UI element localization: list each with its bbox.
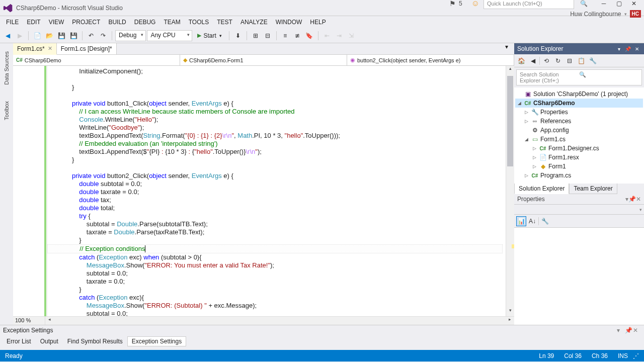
collapse-button[interactable]: ⊟ [565,56,575,66]
refresh-button[interactable]: ↻ [553,56,563,66]
solution-search-input[interactable]: Search Solution Explorer (Ctrl+;) 🔍 [516,69,642,85]
class-dropdown[interactable]: ◆ CSharp6Demo.Form1 [180,55,347,65]
platform-dropdown[interactable]: Any CPU [147,30,192,41]
redo-button[interactable]: ↷ [98,30,109,41]
bookmark-button[interactable]: 🔖 [304,30,315,41]
tb-btn-2[interactable]: ⊞ [250,30,261,41]
back-button[interactable]: ◀ [528,56,538,66]
editor-tab-form1-design[interactable]: Form1.cs [Design]* [57,43,117,54]
tb-btn-6[interactable]: ⇤ [321,30,333,41]
tb-btn-7[interactable]: ⇥ [334,30,345,41]
configuration-dropdown[interactable]: Debug [115,30,146,41]
pin-icon[interactable]: 📌 [625,327,633,334]
dropdown-icon[interactable]: ▾ [615,45,623,53]
sync-button[interactable]: ⟲ [541,56,551,66]
tree-item[interactable]: ▷C#Program.cs [515,171,643,180]
menu-bar: FILE EDIT VIEW PROJECT BUILD DEBUG TEAM … [0,16,644,28]
props-wrench-button[interactable]: 🔧 [540,216,550,226]
properties-grid[interactable] [514,228,644,325]
close-button[interactable]: ✕ [627,0,641,9]
zoom-level[interactable]: 100 % [13,317,45,325]
tb-btn-3[interactable]: ⊟ [262,30,273,41]
menu-view[interactable]: VIEW [45,17,68,27]
quick-launch-input[interactable]: Quick Launch (Ctrl+Q) [484,0,574,9]
nav-forward-button[interactable]: ▶ [14,30,25,41]
tree-item[interactable]: ▣Solution 'CSharp6Demo' (1 project) [515,89,643,99]
tab-dropdown-button[interactable]: ▾ [505,43,514,54]
notification-area[interactable]: ⚑ 5 [449,0,462,8]
menu-edit[interactable]: EDIT [23,17,44,27]
show-all-button[interactable]: 📋 [576,56,586,66]
tb-btn-8[interactable]: ⇲ [346,30,357,41]
tree-item[interactable]: ⚙App.config [515,126,643,135]
toolbox-tab[interactable]: Toolbox [3,98,11,123]
toolbar: ◀ ▶ 📄 📂 💾 💾 ↶ ↷ Debug Any CPU ▶ Start ▾ … [0,28,644,43]
menu-debug[interactable]: DEBUG [130,17,160,27]
member-dropdown[interactable]: ◉ button2_Click(object sender, EventArgs… [347,55,514,65]
alphabetical-button[interactable]: A↓ [527,216,537,226]
save-button[interactable]: 💾 [56,30,67,41]
close-icon[interactable]: ✕ [633,327,641,334]
menu-analyze[interactable]: ANALYZE [236,17,272,27]
menu-file[interactable]: FILE [2,17,23,27]
menu-help[interactable]: HELP [306,17,330,27]
menu-test[interactable]: TEST [213,17,236,27]
method-icon: ◉ [350,57,355,63]
project-dropdown[interactable]: C# CSharp6Demo [13,55,180,65]
data-sources-tab[interactable]: Data Sources [3,48,11,88]
error-list-tab[interactable]: Error List [2,336,36,346]
open-button[interactable]: 📂 [44,30,55,41]
user-name[interactable]: Huw Collingbourne [570,11,621,18]
tb-btn-1[interactable]: ⬇ [232,30,244,41]
horizontal-scrollbar[interactable]: ◂ ▸ [45,317,514,325]
tree-item[interactable]: ▷◆Form1 [515,162,643,171]
new-project-button[interactable]: 📄 [32,30,43,41]
maximize-button[interactable]: ▢ [612,0,626,9]
dropdown-icon[interactable]: ▾ [617,327,625,334]
undo-button[interactable]: ↶ [86,30,97,41]
tree-item[interactable]: ◢▭Form1.cs [515,135,643,144]
pin-icon[interactable]: 📌 [628,196,636,203]
team-explorer-tab[interactable]: Team Explorer [569,184,617,194]
tree-item[interactable]: ▷C#Form1.Designer.cs [515,144,643,153]
tree-item[interactable]: ▷▫▫References [515,117,643,126]
solution-explorer-tab[interactable]: Solution Explorer [514,184,569,194]
nav-back-button[interactable]: ◀ [2,30,13,41]
solution-tree[interactable]: ▣Solution 'CSharp6Demo' (1 project)◢C#CS… [514,87,644,184]
tree-item[interactable]: ◢C#CSharp6Demo [515,99,643,108]
start-debug-button[interactable]: ▶ Start ▾ [193,31,225,40]
find-symbol-results-tab[interactable]: Find Symbol Results [63,336,127,346]
exception-settings-tab[interactable]: Exception Settings [127,336,186,346]
output-tab[interactable]: Output [36,336,63,346]
pin-icon[interactable]: 📌 [624,45,632,53]
close-icon[interactable]: ✕ [636,196,641,203]
menu-build[interactable]: BUILD [104,17,130,27]
resize-grip-icon[interactable]: ⋰ [633,352,639,359]
close-icon[interactable]: ✕ [48,45,52,52]
comment-button[interactable]: ≡ [280,30,291,41]
search-icon: 🔍 [579,71,638,83]
uncomment-button[interactable]: ≢ [292,30,303,41]
close-icon[interactable]: ✕ [633,45,641,53]
left-tool-tabs: Data Sources Toolbox [0,43,13,325]
menu-window[interactable]: WINDOW [272,17,306,27]
menu-tools[interactable]: TOOLS [185,17,213,27]
properties-button[interactable]: 🔧 [588,56,598,66]
menu-project[interactable]: PROJECT [68,17,104,27]
categorized-button[interactable]: 📊 [516,216,526,226]
save-all-button[interactable]: 💾 [68,30,79,41]
minimize-button[interactable]: ─ [597,0,611,9]
code-editor[interactable]: InitializeComponent(); } private void bu… [13,66,514,316]
menu-team[interactable]: TEAM [159,17,184,27]
search-icon[interactable]: 🔍 [580,0,588,7]
home-button[interactable]: 🏠 [516,56,526,66]
vertical-scrollbar[interactable]: ▴ ▾ [506,66,514,316]
tree-item[interactable]: ▷🔧Properties [515,108,643,117]
editor-tab-form1-cs[interactable]: Form1.cs* ✕ [13,43,57,55]
csharp-icon: C# [16,57,23,63]
feedback-icon[interactable]: ☺ [471,0,479,8]
tree-item[interactable]: ▷📄Form1.resx [515,153,643,162]
user-badge[interactable]: HC [630,10,641,18]
notification-count: 5 [459,0,462,7]
properties-header: Properties ▾ 📌 ✕ [514,194,644,205]
